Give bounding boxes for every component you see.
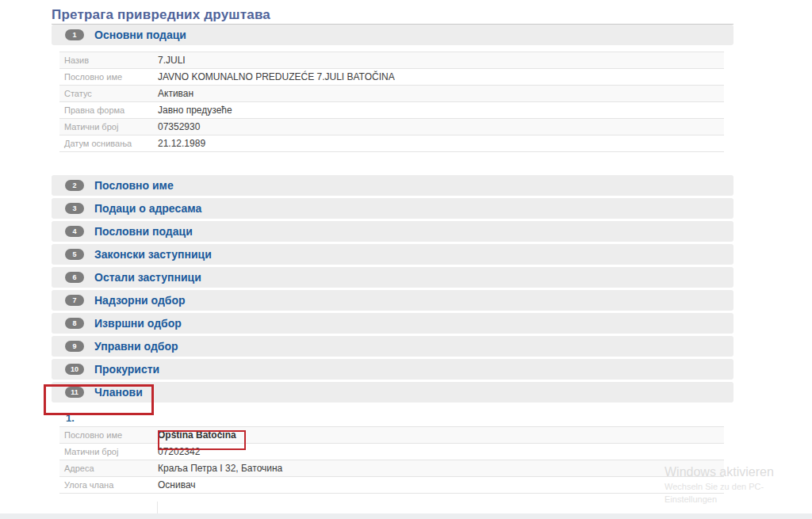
section-header-10[interactable]: 10 Прокуристи	[52, 359, 733, 380]
row-value: Краља Петра I 32, Баточина	[158, 463, 282, 474]
section-panel-basic: Назив 7.JULI Пословно име JAVNO KOMUNALN…	[52, 45, 733, 162]
section-members: 11 Чланови 1. Пословно име Opština Batoč…	[52, 382, 733, 494]
table-row: Пословно име Opština Batočina	[59, 427, 724, 444]
section-label: Управни одбор	[94, 340, 178, 353]
row-label: Назив	[59, 55, 158, 65]
table-row: Назив 7.JULI	[59, 52, 724, 69]
section-number-badge: 8	[65, 318, 84, 329]
row-value: 7.JULI	[158, 55, 186, 66]
section-label: Извршни одбор	[94, 317, 182, 330]
table-row: Адреса Краља Петра I 32, Баточина	[59, 460, 724, 477]
row-value: Јавно предузеће	[158, 105, 232, 116]
row-label: Статус	[59, 89, 158, 98]
windows-activation-watermark: Windows aktivieren Wechseln Sie zu den P…	[665, 464, 812, 506]
watermark-line2: Wechseln Sie zu den PC-Einstellungen	[665, 480, 812, 506]
bottom-column-divider	[157, 502, 158, 513]
section-number-badge: 3	[65, 203, 84, 214]
row-value: 07352930	[158, 121, 200, 132]
section-number-badge: 6	[65, 272, 84, 283]
section-number-badge: 7	[65, 295, 84, 306]
page-title: Претрага привредних друштава	[52, 6, 733, 25]
section-header-9[interactable]: 9 Управни одбор	[52, 336, 733, 357]
table-row: Улога члана Оснивач	[59, 477, 724, 494]
section-label: Надзорни одбор	[94, 294, 186, 307]
section-header-11[interactable]: 11 Чланови	[52, 382, 733, 403]
row-label: Пословно име	[59, 430, 158, 440]
section-header-7[interactable]: 7 Надзорни одбор	[52, 290, 733, 311]
section-label: Пословно име	[94, 179, 174, 192]
table-row: Правна форма Јавно предузеће	[59, 102, 724, 119]
table-row: Статус Активан	[59, 86, 724, 102]
row-label: Улога члана	[59, 480, 158, 490]
section-number-badge: 1	[65, 29, 84, 40]
table-row: Матични број 07352930	[59, 119, 724, 135]
section-header-1[interactable]: 1 Основни подаци	[52, 25, 733, 45]
section-number-badge: 2	[65, 180, 84, 191]
row-value: Opština Batočina	[158, 429, 236, 441]
row-label: Матични број	[59, 447, 158, 456]
section-label: Пословни подаци	[94, 225, 193, 238]
section-header-3[interactable]: 3 Подаци о адресама	[52, 198, 733, 219]
member-data-table: Пословно име Opština Batočina Матични бр…	[59, 426, 724, 494]
row-label: Пословно име	[59, 72, 158, 82]
row-value: JAVNO KOMUNALNO PREDUZEĆE 7.JULI BATOČIN…	[158, 71, 395, 82]
section-label: Чланови	[94, 386, 143, 399]
row-label: Датум оснивања	[59, 139, 158, 148]
table-row: Датум оснивања 21.12.1989	[59, 135, 724, 152]
section-header-4[interactable]: 4 Пословни подаци	[52, 221, 733, 242]
section-basic-data: 1 Основни подаци Назив 7.JULI Пословно и…	[52, 25, 733, 173]
section-header-8[interactable]: 8 Извршни одбор	[52, 313, 733, 334]
watermark-line1: Windows aktivieren	[665, 464, 812, 480]
row-label: Правна форма	[59, 105, 158, 115]
table-row: Пословно име JAVNO KOMUNALNO PREDUZEĆE 7…	[59, 69, 724, 86]
member-index: 1.	[66, 412, 733, 423]
row-label: Матични број	[59, 122, 158, 132]
section-label: Подаци о адресама	[94, 202, 201, 215]
section-label: Прокуристи	[94, 363, 159, 376]
section-panel-members: 1. Пословно име Opština Batočina Матични…	[52, 403, 733, 494]
row-value: 07202342	[158, 446, 200, 457]
section-label: Остали заступници	[94, 271, 201, 284]
row-value: Оснивач	[158, 479, 196, 490]
section-number-badge: 9	[65, 341, 84, 352]
basic-data-table: Назив 7.JULI Пословно име JAVNO KOMUNALN…	[59, 52, 724, 152]
section-number-badge: 5	[65, 249, 84, 260]
section-number-badge: 4	[65, 226, 84, 237]
section-label: Основни подаци	[94, 29, 186, 41]
bottom-band	[0, 513, 812, 519]
row-label: Адреса	[59, 464, 158, 473]
row-value: 21.12.1989	[158, 138, 205, 149]
section-label: Законски заступници	[94, 248, 212, 261]
section-number-badge: 11	[65, 387, 84, 398]
table-row: Матични број 07202342	[59, 444, 724, 460]
row-value: Активан	[158, 88, 193, 99]
section-number-badge: 10	[65, 364, 84, 375]
section-header-2[interactable]: 2 Пословно име	[52, 175, 733, 196]
section-header-6[interactable]: 6 Остали заступници	[52, 267, 733, 288]
section-header-5[interactable]: 5 Законски заступници	[52, 244, 733, 265]
page: Претрага привредних друштава 1 Основни п…	[0, 0, 812, 519]
